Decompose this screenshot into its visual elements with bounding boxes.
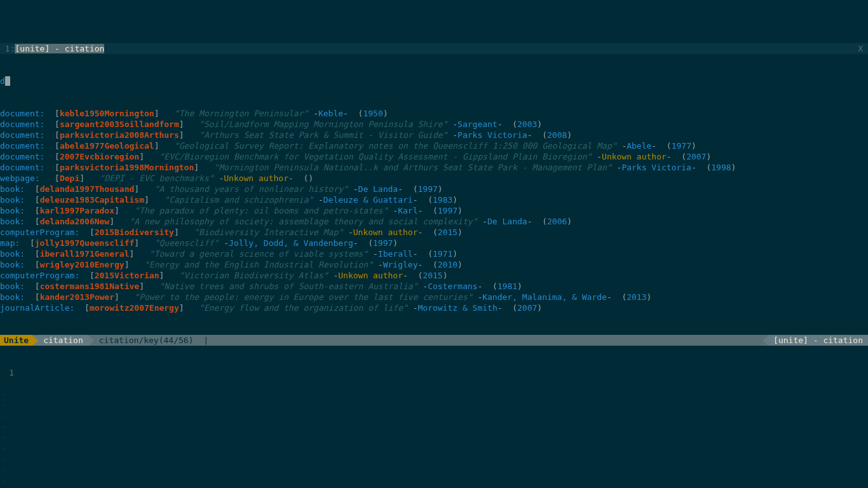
- entry-title: "The paradox of plenty: oil booms and pe…: [134, 206, 388, 215]
- citation-entry[interactable]: book: [delanda2006New] "A new philosophy…: [0, 216, 868, 227]
- citation-entry[interactable]: document: [parksvictoria1998Mornington] …: [0, 162, 868, 173]
- entry-title: "Toward a general science of viable syst…: [149, 249, 368, 259]
- citation-entry[interactable]: book: [karl1997Paradox] "The paradox of …: [0, 205, 868, 216]
- entry-type: document:: [0, 119, 44, 129]
- status-info: citation/key(44/56) |: [94, 335, 763, 346]
- entry-type: map:: [0, 238, 20, 248]
- entry-title: "Native trees and shrubs of South-easter…: [159, 281, 417, 291]
- citation-key: abele1977Geological: [60, 141, 154, 151]
- citation-entry[interactable]: computerProgram: [2015Biodiversity] "Bio…: [0, 227, 868, 238]
- entry-year: 2007: [686, 152, 706, 161]
- entry-type: document:: [0, 152, 44, 161]
- entry-type: document:: [0, 141, 44, 151]
- entry-year: 1997: [418, 184, 438, 194]
- citation-key: wrigley2010Energy: [40, 260, 125, 269]
- citation-key: Depi: [60, 173, 79, 183]
- citation-key: kander2013Power: [40, 292, 114, 302]
- entry-type: book:: [0, 260, 25, 269]
- entry-year: 1983: [433, 195, 452, 205]
- citation-entry[interactable]: journalArticle: [morowitz2007Energy] "En…: [0, 302, 868, 313]
- cursor: [5, 76, 10, 86]
- entry-title: "Biodiversity Interactive Map": [194, 227, 343, 237]
- entry-author: Costermans: [428, 281, 477, 291]
- entry-title: "Capitalism and schizophrenia": [164, 195, 313, 205]
- entry-author: Unkown author: [338, 271, 403, 280]
- entry-year: 2015: [438, 227, 458, 237]
- entry-type: book:: [0, 217, 25, 226]
- tab-prefix: 1:: [0, 44, 15, 53]
- entry-type: journalArticle:: [0, 303, 74, 313]
- citation-key: delanda1997Thousand: [40, 184, 135, 194]
- entry-type: computerProgram:: [0, 227, 79, 237]
- citation-key: deleuze1983Capitalism: [40, 195, 144, 205]
- entry-author: De Landa: [358, 184, 398, 194]
- citation-entry[interactable]: book: [wrigley2010Energy] "Energy and th…: [0, 259, 868, 270]
- citation-key: keble1950Mornington: [60, 109, 154, 118]
- entry-type: document:: [0, 109, 44, 118]
- entry-author: Wrigley: [383, 260, 418, 269]
- entry-year: 2008: [547, 130, 567, 140]
- entry-type: webpage:: [0, 173, 40, 183]
- citation-list[interactable]: document: [keble1950Mornington] "The Mor…: [0, 108, 868, 313]
- entry-type: book:: [0, 292, 25, 302]
- empty-line-tilde: ~: [0, 454, 868, 464]
- entry-title: "Energy flow and the organization of lif…: [199, 303, 408, 313]
- entry-author: Jolly, Dodd, & Vandenberg: [229, 238, 353, 248]
- citation-entry[interactable]: map: [jolly1997Queenscliff] "Queenscliff…: [0, 238, 868, 248]
- empty-line-tilde: ~: [0, 475, 868, 486]
- powerline-arrow-icon: [32, 336, 38, 346]
- entry-year: 2015: [423, 271, 442, 280]
- entry-title: "Arthurs Seat State Park & Summit - Visi…: [199, 130, 447, 140]
- entry-type: book:: [0, 206, 25, 215]
- entry-author: Sargeant: [458, 119, 498, 129]
- citation-key: jolly1997Queenscliff: [35, 238, 135, 248]
- tab-line: 1:[unite] - citationX: [0, 43, 868, 54]
- unite-statusline: Unitecitation citation/key(44/56) | [uni…: [0, 335, 868, 346]
- entry-type: book:: [0, 195, 25, 205]
- entry-title: "EVC/Bioregion Benchmark for Vegetation …: [159, 152, 592, 161]
- entry-title: "Queenscliff": [154, 238, 219, 248]
- entry-type: computerProgram:: [0, 271, 79, 280]
- buffer-area[interactable]: 1: [0, 367, 868, 378]
- powerline-arrow-icon: [763, 336, 768, 346]
- citation-entry[interactable]: document: [keble1950Mornington] "The Mor…: [0, 108, 868, 119]
- empty-line-tilde: ~: [0, 400, 868, 410]
- citation-entry[interactable]: computerProgram: [2015Victorian] "Victor…: [0, 270, 868, 281]
- entry-author: Unkown author: [224, 173, 288, 183]
- status-buffer-name: [unite] - citation: [768, 335, 868, 346]
- empty-line-tilde: ~: [0, 389, 868, 400]
- entry-type: book:: [0, 184, 25, 194]
- entry-type: document:: [0, 163, 44, 172]
- citation-entry[interactable]: book: [iberall1971General] "Toward a gen…: [0, 248, 868, 259]
- entry-title: "Energy and the English Industrial Revol…: [144, 260, 373, 269]
- empty-line-tilde: ~: [0, 432, 868, 443]
- unite-prompt[interactable]: d: [0, 76, 868, 86]
- citation-key: parksvictoria1998Mornington: [60, 163, 194, 172]
- citation-entry[interactable]: book: [kander2013Power] "Power to the pe…: [0, 292, 868, 302]
- citation-entry[interactable]: document: [sargeant2003Soillandform] "So…: [0, 119, 868, 130]
- entry-author: Iberall: [378, 249, 413, 259]
- citation-key: delanda2006New: [40, 217, 110, 226]
- entry-title: "DEPI - EVC benchmarks": [100, 173, 214, 183]
- citation-key: sargeant2003Soillandform: [60, 119, 179, 129]
- tab-close[interactable]: X: [858, 43, 868, 54]
- citation-key: morowitz2007Energy: [90, 303, 179, 313]
- citation-entry[interactable]: document: [parksvictoria2008Arthurs] "Ar…: [0, 130, 868, 140]
- citation-entry[interactable]: book: [costermans1981Native] "Native tre…: [0, 281, 868, 292]
- citation-key: costermans1981Native: [40, 281, 140, 291]
- entry-year: 1977: [672, 141, 691, 151]
- citation-entry[interactable]: book: [deleuze1983Capitalism] "Capitalis…: [0, 194, 868, 205]
- line-number: 1: [0, 367, 19, 378]
- entry-title: "Geological Survey Report: Explanatory n…: [174, 141, 617, 151]
- citation-entry[interactable]: document: [abele1977Geological] "Geologi…: [0, 140, 868, 151]
- citation-entry[interactable]: webpage: [Depi] "DEPI - EVC benchmarks" …: [0, 173, 868, 184]
- citation-entry[interactable]: book: [delanda1997Thousand] "A thousand …: [0, 184, 868, 194]
- citation-entry[interactable]: document: [2007Evcbioregion] "EVC/Bioreg…: [0, 151, 868, 162]
- empty-line-tilde: ~: [0, 464, 868, 475]
- empty-line-tilde: ~: [0, 421, 868, 432]
- entry-type: book:: [0, 249, 25, 259]
- tab-active[interactable]: [unite] - citation: [15, 44, 104, 53]
- entry-author: Morowitz & Smith: [417, 303, 497, 313]
- entry-year: 1997: [438, 206, 458, 215]
- entry-author: Kander, Malanima, & Warde: [482, 292, 607, 302]
